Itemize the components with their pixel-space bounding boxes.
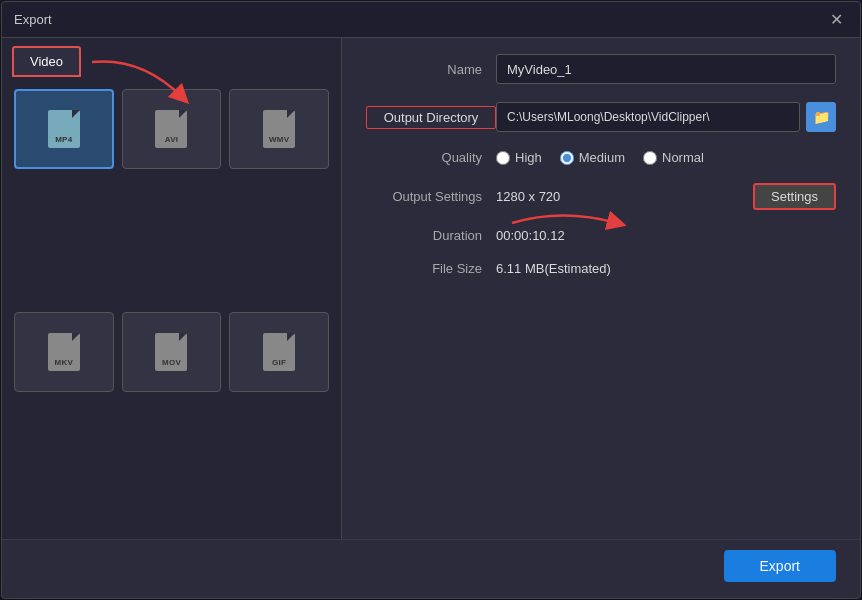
format-item-mkv[interactable]: MKV [14,312,114,392]
quality-medium-radio[interactable] [560,151,574,165]
avi-icon: AVI [155,110,187,148]
settings-button[interactable]: Settings [753,183,836,210]
filesize-value: 6.11 MB(Estimated) [496,261,611,276]
output-settings-label: Output Settings [366,189,496,204]
quality-normal-option[interactable]: Normal [643,150,704,165]
export-dialog: Export ✕ Video MP4 AVI [1,1,861,599]
output-dir-label: Output Directory [366,106,496,129]
filesize-label: File Size [366,261,496,276]
format-item-mp4[interactable]: MP4 [14,89,114,169]
format-item-mov[interactable]: MOV [122,312,222,392]
format-item-gif[interactable]: GIF [229,312,329,392]
dialog-content: Video MP4 AVI [2,38,860,539]
filesize-row: File Size 6.11 MB(Estimated) [366,261,836,276]
mkv-icon: MKV [48,333,80,371]
format-item-wmv[interactable]: WMV [229,89,329,169]
quality-label: Quality [366,150,496,165]
right-panel: Name Output Directory 📁 Quality [342,38,860,539]
dir-row: 📁 [496,102,836,132]
format-grid: MP4 AVI WMV MKV [2,77,341,539]
title-bar: Export ✕ [2,2,860,38]
quality-radio-group: High Medium Normal [496,150,704,165]
close-button[interactable]: ✕ [824,8,848,32]
duration-row: Duration 00:00:10.12 [366,228,836,243]
wmv-icon: WMV [263,110,295,148]
name-row: Name [366,54,836,84]
duration-value: 00:00:10.12 [496,228,565,243]
tabs-row: Video [2,38,341,77]
name-input[interactable] [496,54,836,84]
left-panel: Video MP4 AVI [2,38,342,539]
output-dir-row: Output Directory 📁 [366,102,836,132]
quality-normal-radio[interactable] [643,151,657,165]
quality-high-option[interactable]: High [496,150,542,165]
browse-folder-button[interactable]: 📁 [806,102,836,132]
output-settings-value: 1280 x 720 [496,189,733,204]
output-settings-row: Output Settings 1280 x 720 Settings [366,183,836,210]
mov-icon: MOV [155,333,187,371]
output-dir-input[interactable] [496,102,800,132]
export-button[interactable]: Export [724,550,836,582]
duration-label: Duration [366,228,496,243]
format-item-avi[interactable]: AVI [122,89,222,169]
dialog-title: Export [14,12,52,27]
quality-medium-option[interactable]: Medium [560,150,625,165]
quality-row: Quality High Medium Normal [366,150,836,165]
folder-icon: 📁 [813,109,830,125]
gif-icon: GIF [263,333,295,371]
name-label: Name [366,62,496,77]
mp4-icon: MP4 [48,110,80,148]
quality-medium-label: Medium [579,150,625,165]
quality-normal-label: Normal [662,150,704,165]
tab-video[interactable]: Video [12,46,81,77]
quality-high-label: High [515,150,542,165]
quality-high-radio[interactable] [496,151,510,165]
dialog-footer: Export [2,539,860,598]
